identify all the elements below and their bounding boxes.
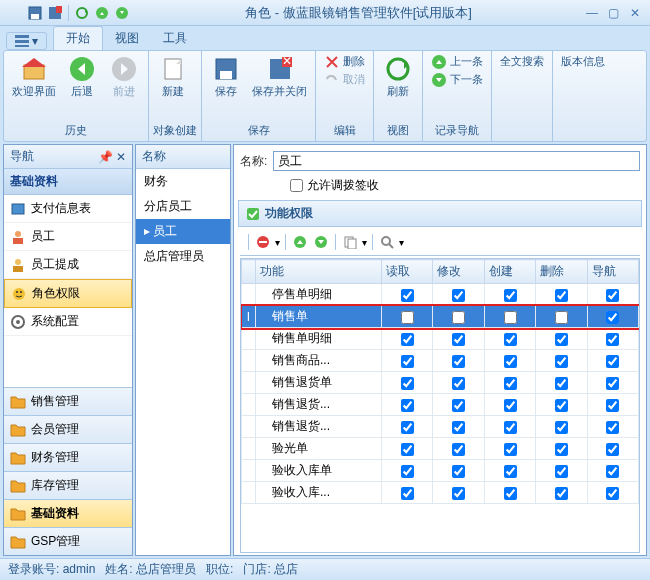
perm-checkbox[interactable] xyxy=(401,399,414,412)
perm-checkbox[interactable] xyxy=(555,377,568,390)
table-row[interactable]: 销售退货... xyxy=(242,394,639,416)
nav-cat-1[interactable]: 会员管理 xyxy=(4,415,132,443)
perm-checkbox[interactable] xyxy=(401,355,414,368)
nav-cat-2[interactable]: 财务管理 xyxy=(4,443,132,471)
mid-item-1[interactable]: 分店员工 xyxy=(136,194,230,219)
grid-col-header[interactable]: 功能 xyxy=(256,260,382,284)
perm-checkbox[interactable] xyxy=(401,311,414,324)
perm-checkbox[interactable] xyxy=(504,487,517,500)
perm-checkbox[interactable] xyxy=(555,333,568,346)
perm-checkbox[interactable] xyxy=(555,289,568,302)
grid-col-header[interactable]: 删除 xyxy=(536,260,587,284)
qat-prev-icon[interactable] xyxy=(93,4,111,22)
perm-checkbox[interactable] xyxy=(504,465,517,478)
perm-checkbox[interactable] xyxy=(504,443,517,456)
perm-checkbox[interactable] xyxy=(401,377,414,390)
version-button[interactable]: 版本信息 xyxy=(557,53,609,70)
grid-col-header[interactable]: 修改 xyxy=(433,260,484,284)
perm-checkbox[interactable] xyxy=(606,443,619,456)
fullsearch-button[interactable]: 全文搜索 xyxy=(496,53,548,70)
perm-checkbox[interactable] xyxy=(452,333,465,346)
perm-checkbox[interactable] xyxy=(606,421,619,434)
nav-item-4[interactable]: 系统配置 xyxy=(4,308,132,336)
grid-col-header[interactable]: 导航 xyxy=(587,260,638,284)
table-row[interactable]: 销售单明细 xyxy=(242,328,639,350)
perm-checkbox[interactable] xyxy=(401,487,414,500)
qat-refresh-icon[interactable] xyxy=(73,4,91,22)
perm-checkbox[interactable] xyxy=(606,399,619,412)
perm-checkbox[interactable] xyxy=(606,355,619,368)
table-row[interactable]: 验收入库... xyxy=(242,482,639,504)
perm-checkbox[interactable] xyxy=(504,421,517,434)
save-button[interactable]: 保存 xyxy=(206,53,246,100)
prev-record-button[interactable]: 上一条 xyxy=(427,53,487,71)
tab-start[interactable]: 开始 xyxy=(53,26,103,50)
qat-saveclose-icon[interactable] xyxy=(46,4,64,22)
nav-cat-5[interactable]: GSP管理 xyxy=(4,527,132,555)
perm-checkbox[interactable] xyxy=(555,465,568,478)
nav-cat-0[interactable]: 销售管理 xyxy=(4,387,132,415)
grid-col-header[interactable]: 读取 xyxy=(382,260,433,284)
nav-section-basic[interactable]: 基础资料 xyxy=(4,169,132,195)
perm-checkbox[interactable] xyxy=(606,289,619,302)
perm-checkbox[interactable] xyxy=(555,443,568,456)
name-input[interactable] xyxy=(273,151,640,171)
perm-checkbox[interactable] xyxy=(452,311,465,324)
minimize-icon[interactable]: — xyxy=(586,6,600,20)
perm-checkbox[interactable] xyxy=(555,355,568,368)
copy-icon[interactable] xyxy=(341,233,359,251)
perm-checkbox[interactable] xyxy=(606,465,619,478)
perm-checkbox[interactable] xyxy=(452,377,465,390)
next-record-button[interactable]: 下一条 xyxy=(427,71,487,89)
table-row[interactable]: I销售单 xyxy=(242,306,639,328)
perm-checkbox[interactable] xyxy=(555,399,568,412)
table-row[interactable]: 销售商品... xyxy=(242,350,639,372)
qat-save-icon[interactable] xyxy=(26,4,44,22)
allow-checkbox[interactable] xyxy=(290,179,303,192)
perm-checkbox[interactable] xyxy=(452,421,465,434)
perm-checkbox[interactable] xyxy=(555,421,568,434)
nav-item-3[interactable]: 角色权限 xyxy=(4,279,132,308)
refresh-button[interactable]: 刷新 xyxy=(378,53,418,100)
mid-item-0[interactable]: 财务 xyxy=(136,169,230,194)
perm-checkbox[interactable] xyxy=(555,311,568,324)
perm-checkbox[interactable] xyxy=(504,311,517,324)
forbid-icon[interactable] xyxy=(254,233,272,251)
table-row[interactable]: 销售退货单 xyxy=(242,372,639,394)
perm-checkbox[interactable] xyxy=(452,399,465,412)
delete-button[interactable]: 删除 xyxy=(320,53,369,71)
table-row[interactable]: 销售退货... xyxy=(242,416,639,438)
search-icon[interactable] xyxy=(378,233,396,251)
table-row[interactable]: 验光单 xyxy=(242,438,639,460)
perm-checkbox[interactable] xyxy=(401,421,414,434)
perm-checkbox[interactable] xyxy=(504,399,517,412)
new-button[interactable]: 新建 xyxy=(153,53,193,100)
close-icon[interactable]: ✕ xyxy=(630,6,644,20)
permission-grid[interactable]: 功能读取修改创建删除导航停售单明细I销售单销售单明细销售商品...销售退货单销售… xyxy=(240,258,640,553)
back-button[interactable]: 后退 xyxy=(62,53,102,100)
perm-checkbox[interactable] xyxy=(504,355,517,368)
grid-col-header[interactable]: 创建 xyxy=(484,260,535,284)
perm-checkbox[interactable] xyxy=(606,333,619,346)
table-row[interactable]: 停售单明细 xyxy=(242,284,639,306)
tab-tools[interactable]: 工具 xyxy=(151,27,199,50)
perm-checkbox[interactable] xyxy=(606,311,619,324)
table-row[interactable]: 验收入库单 xyxy=(242,460,639,482)
tab-view[interactable]: 视图 xyxy=(103,27,151,50)
perm-checkbox[interactable] xyxy=(452,443,465,456)
perm-checkbox[interactable] xyxy=(452,355,465,368)
save-close-button[interactable]: ✕保存并关闭 xyxy=(248,53,311,100)
perm-checkbox[interactable] xyxy=(401,333,414,346)
nav-item-0[interactable]: 支付信息表 xyxy=(4,195,132,223)
nav-item-2[interactable]: 员工提成 xyxy=(4,251,132,279)
perm-checkbox[interactable] xyxy=(555,487,568,500)
perm-checkbox[interactable] xyxy=(504,289,517,302)
perm-checkbox[interactable] xyxy=(606,487,619,500)
perm-checkbox[interactable] xyxy=(606,377,619,390)
down-icon[interactable] xyxy=(312,233,330,251)
pin-icon[interactable]: 📌 ✕ xyxy=(98,150,126,164)
perm-checkbox[interactable] xyxy=(401,443,414,456)
perm-checkbox[interactable] xyxy=(452,487,465,500)
mid-item-3[interactable]: 总店管理员 xyxy=(136,244,230,269)
nav-cat-4[interactable]: 基础资料 xyxy=(4,499,132,527)
